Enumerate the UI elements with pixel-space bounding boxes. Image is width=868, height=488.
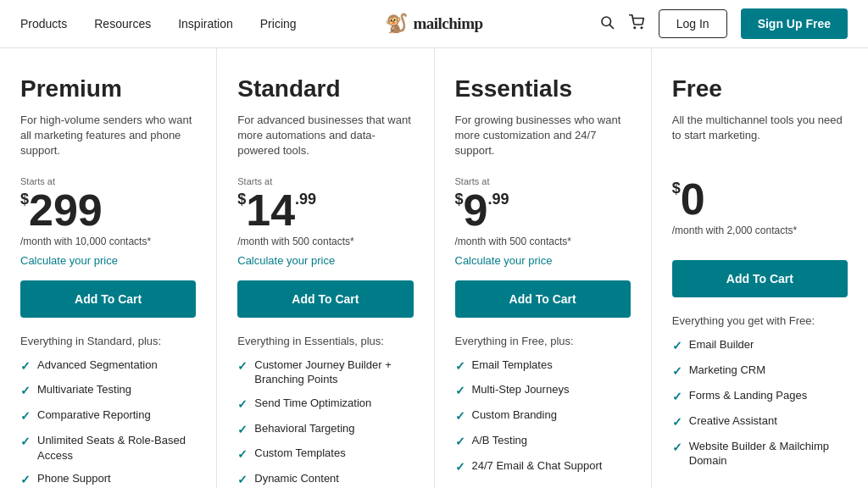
price-main-standard: 14 [246,188,295,232]
add-to-cart-essentials[interactable]: Add To Cart [455,280,631,318]
logo[interactable]: 🐒 mailchimp [385,13,482,35]
logo-icon: 🐒 [385,13,408,35]
check-icon-essentials-0: ✓ [455,358,465,374]
check-icon-free-0: ✓ [672,338,682,354]
price-row-premium: $ 299 [20,188,196,232]
starts-at-essentials: Starts at [455,176,631,186]
feature-list-premium: ✓ Advanced Segmentation ✓ Multivariate T… [20,358,196,488]
everything-label-premium: Everything in Standard, plus: [20,335,196,347]
feature-item-premium-2: ✓ Comparative Reporting [20,408,196,424]
feature-item-standard-2: ✓ Behavioral Targeting [237,421,413,438]
calc-link-essentials[interactable]: Calculate your price [455,254,631,267]
plan-desc-premium: For high-volume senders who want all mar… [20,113,196,159]
feature-item-free-3: ✓ Creative Assistant [672,413,848,430]
price-block-free: $ 0 /month with 2,000 contacts* [672,164,848,240]
check-icon-essentials-3: ✓ [455,434,465,450]
svg-line-1 [609,25,613,28]
feature-text-standard-2: Behavioral Targeting [254,421,354,436]
feature-item-standard-0: ✓ Customer Journey Builder + Branching P… [237,358,413,387]
price-sub-standard: /month with 500 contacts* [237,236,413,247]
feature-text-free-0: Email Builder [689,337,754,352]
feature-text-free-4: Website Builder & Mailchimp Domain [689,439,848,469]
feature-item-standard-1: ✓ Send Time Optimization [237,396,413,413]
price-cents-standard: .99 [295,191,316,207]
nav-products[interactable]: Products [20,17,67,30]
add-to-cart-premium[interactable]: Add To Cart [20,280,196,318]
login-button[interactable]: Log In [659,9,727,38]
feature-text-essentials-3: A/B Testing [472,433,528,448]
feature-text-premium-0: Advanced Segmentation [37,358,158,373]
feature-item-premium-0: ✓ Advanced Segmentation [20,358,196,374]
check-icon-free-3: ✓ [672,414,682,430]
add-to-cart-standard[interactable]: Add To Cart [237,280,413,318]
plan-col-premium: Premium For high-volume senders who want… [0,48,217,488]
price-main-free: 0 [681,177,705,221]
logo-text: mailchimp [413,14,482,33]
everything-label-free: Everything you get with Free: [672,314,848,327]
nav-resources[interactable]: Resources [94,17,151,30]
feature-text-premium-4: Phone Support [37,471,111,486]
feature-item-free-2: ✓ Forms & Landing Pages [672,388,848,405]
price-cents-essentials: .99 [487,191,509,207]
price-sub-premium: /month with 10,000 contacts* [20,236,196,247]
nav-actions: Log In Sign Up Free [599,8,848,39]
feature-item-free-1: ✓ Marketing CRM [672,363,848,380]
svg-point-2 [634,27,636,29]
nav-pricing[interactable]: Pricing [260,17,297,30]
dollar-premium: $ [20,191,29,207]
check-icon-standard-0: ✓ [237,358,248,374]
signup-button[interactable]: Sign Up Free [741,8,848,39]
feature-item-essentials-3: ✓ A/B Testing [455,433,631,450]
cart-icon[interactable] [628,14,645,34]
check-icon-standard-4: ✓ [237,472,248,488]
search-icon[interactable] [599,14,615,34]
plan-col-essentials: Essentials For growing businesses who wa… [435,48,652,488]
plan-name-premium: Premium [20,75,196,103]
price-row-essentials: $ 9 .99 [455,188,631,232]
price-block-standard: Starts at $ 14 .99 /month with 500 conta… [237,176,413,251]
feature-text-essentials-1: Multi-Step Journeys [472,382,570,397]
check-icon-free-1: ✓ [672,363,682,380]
feature-text-essentials-4: 24/7 Email & Chat Support [472,458,603,474]
plan-col-free: Free All the multichannel tools you need… [652,48,868,488]
price-sub-free: /month with 2,000 contacts* [672,225,848,236]
feature-text-standard-3: Custom Templates [254,446,345,461]
dollar-standard: $ [237,191,246,207]
price-block-essentials: Starts at $ 9 .99 /month with 500 contac… [455,176,631,251]
plan-desc-standard: For advanced businesses that want more a… [237,113,413,159]
feature-item-premium-1: ✓ Multivariate Testing [20,382,196,399]
feature-text-essentials-0: Email Templates [472,358,553,373]
feature-text-essentials-2: Custom Branding [472,408,557,423]
price-main-premium: 299 [29,188,103,232]
plan-col-standard: Standard For advanced businesses that wa… [217,48,434,488]
feature-item-free-0: ✓ Email Builder [672,337,848,354]
starts-at-premium: Starts at [20,176,196,186]
feature-list-standard: ✓ Customer Journey Builder + Branching P… [237,358,413,488]
check-icon-free-2: ✓ [672,389,682,405]
check-icon-premium-3: ✓ [20,434,31,450]
everything-label-standard: Everything in Essentials, plus: [237,335,413,347]
check-icon-standard-3: ✓ [237,446,248,463]
starts-at-standard: Starts at [237,176,413,186]
feature-list-free: ✓ Email Builder ✓ Marketing CRM ✓ Forms … [672,337,848,488]
feature-text-free-3: Creative Assistant [689,413,777,429]
check-icon-standard-2: ✓ [237,422,248,438]
calc-link-premium[interactable]: Calculate your price [20,254,196,267]
dollar-free: $ [672,180,681,196]
plan-name-free: Free [672,75,848,103]
check-icon-premium-2: ✓ [20,408,31,424]
price-row-free: $ 0 [672,177,848,221]
price-block-premium: Starts at $ 299 /month with 10,000 conta… [20,176,196,251]
feature-item-standard-4: ✓ Dynamic Content [237,471,413,488]
check-icon-essentials-2: ✓ [455,408,465,424]
plan-name-essentials: Essentials [455,75,631,103]
feature-text-premium-1: Multivariate Testing [37,382,131,397]
feature-text-free-1: Marketing CRM [689,363,765,378]
nav-inspiration[interactable]: Inspiration [178,17,233,30]
add-to-cart-free[interactable]: Add To Cart [672,260,848,297]
feature-text-standard-0: Customer Journey Builder + Branching Poi… [254,358,413,387]
feature-item-premium-4: ✓ Phone Support [20,471,196,488]
dollar-essentials: $ [455,191,464,207]
everything-label-essentials: Everything in Free, plus: [455,335,631,347]
calc-link-standard[interactable]: Calculate your price [237,254,413,267]
